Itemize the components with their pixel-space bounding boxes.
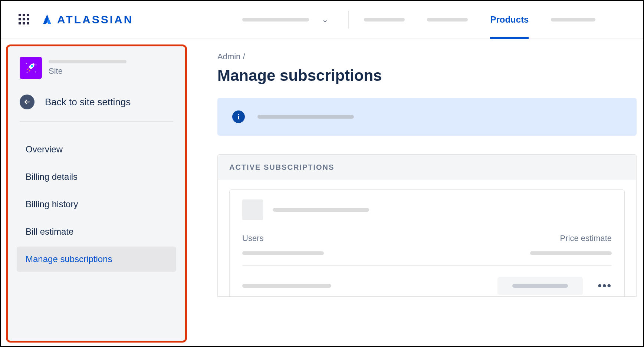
info-text-placeholder [257,115,354,119]
button-label-placeholder [512,284,568,288]
info-icon: i [232,110,245,123]
product-logo-placeholder [242,199,263,220]
sidebar-divider [20,121,173,122]
divider [242,265,612,266]
sidebar-item-manage-subscriptions[interactable]: Manage subscriptions [17,247,176,272]
footer-text-placeholder [242,284,331,288]
svg-point-1 [36,65,37,66]
page-title: Manage subscriptions [217,67,644,85]
users-value-placeholder [242,251,324,255]
sidebar-item-billing-details[interactable]: Billing details [17,164,176,189]
nav-tab-products[interactable]: Products [490,0,529,39]
product-name-placeholder [273,208,369,212]
sidebar-nav: Overview Billing details Billing history… [17,137,176,272]
site-rocket-icon [20,57,42,79]
info-banner: i [217,98,637,136]
subscription-card: Users Price estimate [229,189,625,296]
site-header[interactable]: Site [17,54,176,86]
subscription-header [242,199,612,220]
svg-point-2 [27,72,28,73]
nav-tab-placeholder-1[interactable] [364,0,405,39]
back-to-site-settings[interactable]: Back to site settings [17,86,176,121]
top-header: ATLASSIAN ⌄ Products [1,1,644,39]
svg-point-0 [26,63,27,64]
back-label: Back to site settings [45,96,131,108]
price-value-placeholder [530,251,612,255]
brand-logo[interactable]: ATLASSIAN [41,13,133,26]
sidebar-item-overview[interactable]: Overview [17,137,176,162]
sidebar-item-bill-estimate[interactable]: Bill estimate [17,219,176,244]
svg-point-3 [35,72,36,73]
section-heading: ACTIVE SUBSCRIPTIONS [218,155,636,180]
column-price-label: Price estimate [560,234,612,243]
nav-tab-label: Products [490,14,529,25]
brand-name: ATLASSIAN [57,13,133,26]
sidebar: Site Back to site settings Overview Bill… [6,44,187,343]
more-actions-icon[interactable]: ••• [598,280,612,292]
breadcrumb[interactable]: Admin / [217,52,644,62]
site-type-label: Site [49,66,126,76]
main-content: Admin / Manage subscriptions i ACTIVE SU… [187,39,644,347]
action-button[interactable] [497,277,583,295]
chevron-down-icon: ⌄ [322,15,328,24]
svg-point-4 [31,65,33,67]
column-users-label: Users [242,234,263,243]
site-name-placeholder [49,60,126,63]
arrow-left-icon [20,95,34,109]
app-switcher-icon[interactable] [19,14,30,26]
atlassian-logo-icon [41,14,53,26]
active-subscriptions-section: ACTIVE SUBSCRIPTIONS Users Price estimat… [217,154,637,297]
nav-tab-placeholder-2[interactable] [427,0,468,39]
nav-tab-placeholder-3[interactable] [551,0,595,39]
top-nav-tabs: Products [364,0,595,39]
sidebar-item-billing-history[interactable]: Billing history [17,192,176,217]
org-switcher[interactable]: ⌄ [237,12,334,27]
divider [348,11,349,29]
org-name-placeholder [242,18,309,22]
